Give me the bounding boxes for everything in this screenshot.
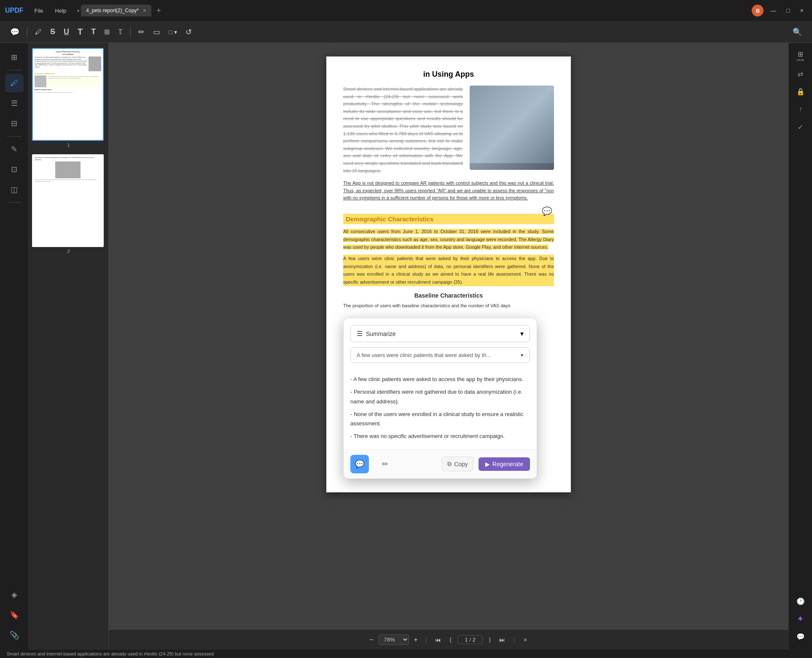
bottom-status-bar: Smart devices and internet-based applica…: [0, 650, 812, 658]
thumbnail-panel: Improve Working Productivityin Using App…: [29, 43, 109, 650]
top-right-controls: B — □ ×: [752, 5, 807, 16]
comment-btn[interactable]: 💬: [7, 25, 23, 39]
layers-icon[interactable]: ◈: [5, 585, 24, 604]
protect-icon[interactable]: 🔒: [793, 83, 809, 99]
shape-btn[interactable]: ▭: [150, 25, 164, 39]
check-icon[interactable]: ✓: [793, 119, 809, 135]
list-icon[interactable]: ☰: [5, 94, 24, 113]
thumb-img-2: Smart devices are internet-based applica…: [32, 154, 104, 247]
pdf-demographic-text1: All consecutive users from June 1, 2016 …: [343, 228, 554, 251]
tab-add-btn[interactable]: +: [153, 6, 164, 15]
regenerate-icon: ▶: [485, 461, 490, 467]
stamp-icon[interactable]: ⊡: [5, 160, 24, 179]
sidebar-sep2: [7, 136, 22, 137]
pdf-app-paragraph: The App is not designed to compare AR pa…: [343, 180, 554, 202]
pdf-area: in Using Apps Smart devices and internet…: [109, 43, 788, 650]
ai-chat-active-btn[interactable]: 💬: [350, 455, 369, 473]
ai-dropdown-text: Summarize: [366, 330, 396, 337]
highlight-tool-icon[interactable]: 🖊: [5, 74, 24, 92]
pdf-left-col: Smart devices and internet-based applica…: [343, 86, 463, 175]
menu-file[interactable]: File: [30, 6, 48, 16]
ai-content-line-4: - There was no specific advertisement or…: [350, 432, 530, 441]
thumbnail-page-2[interactable]: Smart devices are internet-based applica…: [32, 154, 105, 254]
panel-close-btn[interactable]: ×: [521, 635, 530, 645]
thumbnail-page-1[interactable]: Improve Working Productivityin Using App…: [32, 48, 105, 148]
toolbar: 💬 🖊 S U T T ⊞ 𝕋 ✏ ▭ □ ▾ ↺ 🔍: [0, 21, 812, 43]
zoom-controls: − 78% 100% 125% 150% + | ⏮ ⟨ 1 / 2 ⟩ ⏭ |…: [368, 634, 530, 645]
regenerate-button[interactable]: ▶ Regenerate: [479, 457, 530, 471]
nav-first-btn[interactable]: ⏮: [433, 635, 444, 645]
pdf-scroll[interactable]: in Using Apps Smart devices and internet…: [109, 43, 788, 629]
menu-help[interactable]: Help: [51, 6, 71, 16]
page-indicator: 1 / 2: [457, 635, 483, 644]
form-icon[interactable]: ◫: [5, 180, 24, 199]
tab-dropdown-arrow[interactable]: ▾: [77, 8, 79, 13]
pdf-main-title: in Using Apps: [343, 70, 554, 79]
highlight-demographic-2: A few users were clinic patients that we…: [343, 255, 554, 286]
pdf-top-section: Smart devices and internet-based applica…: [343, 86, 554, 175]
ai-footer-icon-group: 💬 ✏: [350, 455, 394, 473]
ai-footer: 💬 ✏ ⧉ Copy ▶ Regenerate: [344, 449, 537, 478]
nav-next-btn[interactable]: ⟩: [486, 635, 493, 645]
zoom-sep: |: [425, 637, 427, 643]
ai-summarize-dropdown[interactable]: ☰ Summarize ▾: [350, 325, 530, 342]
tab-active[interactable]: 4_pets report(2)_Copy* ×: [81, 5, 151, 16]
list-icon-small: ☰: [357, 330, 363, 338]
nav-prev-btn[interactable]: ⟨: [447, 635, 454, 645]
win-minimize[interactable]: —: [767, 5, 780, 16]
text-btn[interactable]: T: [74, 24, 86, 39]
status-text: Smart devices and internet-based applica…: [7, 651, 214, 656]
strikethrough-btn[interactable]: S: [47, 25, 59, 39]
bookmark-icon[interactable]: 🔖: [5, 606, 24, 624]
export-icon[interactable]: ↑: [793, 101, 809, 117]
pdf-intro-text: Smart devices and internet-based applica…: [343, 86, 463, 175]
paperclip-icon[interactable]: 📎: [5, 626, 24, 645]
tab-title: 4_pets report(2)_Copy*: [86, 8, 139, 13]
sidebar-sep3: [7, 202, 22, 203]
tab-close-btn[interactable]: ×: [143, 7, 146, 14]
user-avatar[interactable]: B: [752, 5, 764, 16]
win-maximize[interactable]: □: [783, 5, 793, 16]
win-close[interactable]: ×: [797, 5, 807, 16]
pdf-right-image: [470, 86, 554, 175]
pdf-baseline-text: The proportion of users with baseline ch…: [343, 302, 554, 310]
ocr-icon[interactable]: ⊞ OCR: [793, 48, 809, 64]
text-edit-btn[interactable]: ⊞: [101, 25, 113, 38]
copy-icon: ⧉: [447, 460, 452, 467]
draw-btn[interactable]: ✏: [135, 25, 148, 39]
ai-result-select[interactable]: A few users were clinic patients that we…: [350, 347, 530, 363]
page-view-icon[interactable]: ⊞: [5, 48, 24, 67]
pdf-page-1: in Using Apps Smart devices and internet…: [326, 56, 571, 492]
copy-label: Copy: [454, 461, 468, 467]
text-box-btn[interactable]: T: [88, 25, 99, 39]
history-icon[interactable]: 🕐: [793, 593, 809, 609]
sidebar-sep1: [7, 70, 22, 70]
ai-sparkle-icon[interactable]: ✦: [793, 611, 809, 627]
zoom-out-btn[interactable]: −: [368, 634, 375, 645]
search-btn[interactable]: 🔍: [789, 25, 805, 39]
highlight-btn[interactable]: 🖊: [32, 26, 45, 38]
underline-btn[interactable]: U: [60, 25, 73, 39]
pdf-wrapper: in Using Apps Smart devices and internet…: [109, 43, 788, 506]
convert-icon[interactable]: ⇄: [793, 66, 809, 82]
toolbar-sep1: [27, 26, 27, 38]
text-format-btn[interactable]: 𝕋: [115, 25, 126, 38]
ai-pencil-btn[interactable]: ✏: [376, 455, 394, 473]
nav-last-btn[interactable]: ⏭: [497, 635, 508, 645]
edit-icon[interactable]: ✎: [5, 140, 24, 158]
regenerate-label: Regenerate: [492, 461, 523, 467]
chat-right-icon[interactable]: 💬: [793, 628, 809, 645]
thumb-img-1: Improve Working Productivityin Using App…: [32, 48, 104, 141]
zoom-select[interactable]: 78% 100% 125% 150%: [379, 634, 409, 645]
dropdown-arrow-icon: ▾: [520, 330, 524, 338]
rect-btn[interactable]: □ ▾: [165, 26, 180, 38]
rotate-btn[interactable]: ↺: [182, 25, 195, 39]
grid-icon[interactable]: ⊟: [5, 114, 24, 133]
pdf-demographic-text2: A few users were clinic patients that we…: [343, 255, 554, 286]
main-area: ⊞ 🖊 ☰ ⊟ ✎ ⊡ ◫ ◈ 🔖 📎 Improve Working Prod…: [0, 43, 812, 650]
zoom-in-btn[interactable]: +: [412, 634, 419, 645]
ai-content-line-2: - Personal identifiers were not gathered…: [350, 387, 530, 406]
pdf-baseline-title: Baseline Characteristics: [343, 292, 554, 299]
comment-bubble-icon[interactable]: 💬: [542, 206, 552, 216]
copy-button[interactable]: ⧉ Copy: [442, 457, 473, 471]
